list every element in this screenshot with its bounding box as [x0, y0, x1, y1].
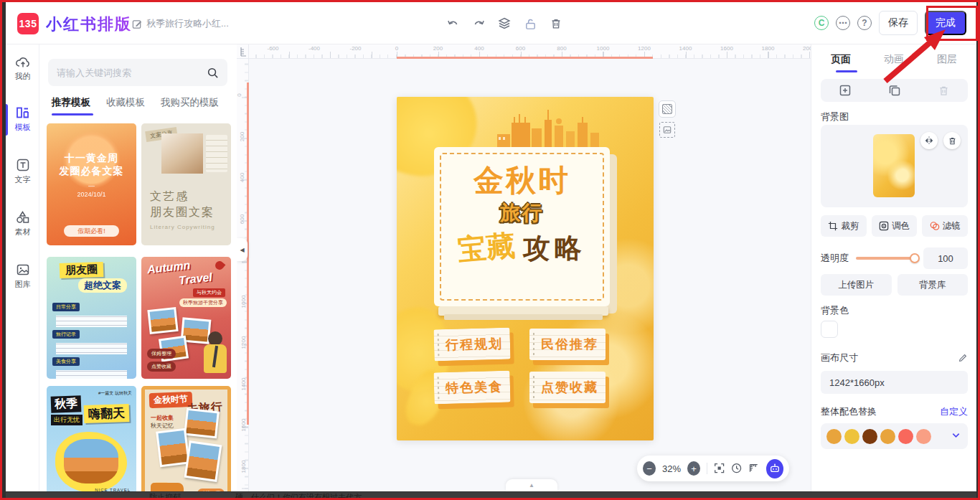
done-button[interactable]: 完成	[925, 11, 966, 35]
remove-bg-icon[interactable]	[943, 132, 961, 149]
delete-icon[interactable]	[548, 16, 564, 32]
app-logo[interactable]: 135	[17, 13, 39, 34]
palette-color[interactable]	[916, 429, 931, 444]
sidebar-item-gallery[interactable]: 图库	[6, 263, 39, 300]
template-text: NICE TRAVEL	[95, 488, 131, 491]
unlock-icon[interactable]	[522, 16, 538, 32]
layers-icon[interactable]	[496, 16, 512, 32]
crop-button[interactable]: 裁剪	[821, 215, 867, 237]
image-tools-row: 裁剪 调色 滤镜	[821, 215, 968, 237]
save-button[interactable]: 保存	[879, 11, 918, 35]
opacity-slider-knob[interactable]	[910, 253, 920, 263]
background-pattern-button[interactable]	[659, 100, 676, 118]
opacity-slider[interactable]	[856, 257, 915, 260]
template-thumbnail[interactable]: #一篇文 玩转秋天 秋季 出行无忧 嗨翻天 NICE TRAVEL 点赞收藏 旅…	[47, 386, 136, 491]
bg-color-swatch[interactable]	[821, 321, 838, 338]
sidebar-item-templates[interactable]: 模板	[6, 105, 39, 143]
ruler-label: 800	[557, 45, 566, 52]
decor	[184, 440, 222, 482]
tab-favorites[interactable]: 收藏模板	[106, 96, 145, 109]
copyright-icon[interactable]: C	[814, 16, 829, 30]
canvas-size-input[interactable]	[821, 371, 968, 394]
palette-swatches[interactable]	[821, 423, 968, 449]
delete-page-icon[interactable]	[938, 85, 950, 97]
template-thumbnail[interactable]: Autumn Travel 与秋天约会 秋季旅游干货分享 保姆整理 点赞收藏	[141, 257, 231, 379]
left-icon-rail: 我的 模板 文字 素材 图库	[6, 44, 39, 491]
sidebar-item-mine[interactable]: 我的	[6, 56, 39, 93]
edit-size-icon[interactable]	[958, 353, 968, 363]
poster-label-strip[interactable]: 特色美食	[433, 371, 510, 405]
custom-palette-link[interactable]: 自定义	[940, 405, 968, 418]
fit-screen-icon[interactable]	[714, 463, 725, 475]
poster-title-word: 攻略	[523, 235, 586, 262]
template-text: 朋友圈	[60, 262, 104, 278]
inspector-tabs: 页面 动画 图层	[821, 44, 967, 66]
template-thumbnail[interactable]: 文案分享 文艺感 朋友圈文案 Literary Copywriting	[141, 123, 231, 245]
subtitle-text: 防止抑郁	[149, 492, 181, 500]
template-text: 超绝文案	[78, 278, 127, 293]
opacity-label: 透明度	[821, 252, 849, 265]
expand-bottom-panel-handle[interactable]: ▲	[506, 479, 557, 491]
palette-color[interactable]	[898, 429, 913, 444]
ai-assistant-button[interactable]	[766, 459, 783, 478]
document-name-group[interactable]: 秋季旅行攻略小红...	[132, 17, 229, 30]
poster-title-card[interactable]: 金秋时 旅行 宝藏 攻略	[434, 147, 610, 306]
zoom-in-button[interactable]: +	[687, 461, 700, 476]
sidebar-item-assets[interactable]: 素材	[6, 210, 39, 247]
ruler-label: 600	[239, 214, 245, 223]
zoom-out-button[interactable]: −	[643, 461, 656, 476]
tab-animation[interactable]: 动画	[884, 53, 904, 66]
tab-recommended[interactable]: 推荐模板	[52, 96, 90, 109]
help-icon[interactable]: ?	[857, 16, 872, 30]
search-input[interactable]	[57, 67, 207, 78]
redo-icon[interactable]	[471, 16, 486, 32]
template-thumbnail[interactable]: 金秋时节 去旅行 一起收集 秋天记忆 建议收藏	[141, 386, 231, 491]
tab-purchased[interactable]: 我购买的模版	[161, 96, 219, 109]
undo-icon[interactable]	[445, 16, 461, 32]
template-badge: 建议收藏	[197, 489, 225, 491]
feedback-icon[interactable]: ⋯	[836, 16, 850, 30]
ruler-label: 1200	[638, 45, 651, 52]
poster-artboard[interactable]: 金秋时 旅行 宝藏 攻略 行程规划 民俗推荐 特色美食 点赞收藏	[397, 97, 654, 440]
filter-button[interactable]: 滤镜	[922, 215, 968, 237]
bg-image-thumbnail[interactable]	[873, 134, 915, 197]
upload-image-button[interactable]: 上传图片	[821, 274, 892, 296]
ruler-corner-icon[interactable]	[237, 44, 249, 59]
page-actions-bar	[821, 79, 968, 102]
template-text: Literary Copywriting	[150, 224, 215, 230]
sidebar-item-text[interactable]: 文字	[6, 158, 39, 195]
app-window: 135 小红书排版 秋季旅行攻略小红... C ⋯ ? 保存 完成	[6, 2, 976, 491]
poster-label-strip[interactable]: 点赞收藏	[529, 372, 606, 403]
palette-color[interactable]	[862, 429, 877, 444]
palette-color[interactable]	[826, 429, 842, 444]
city-skyline-decor	[497, 107, 608, 148]
template-thumbnail[interactable]: 十一黄金周 发圈必备文案 — 2024/10/1 假期必看!	[47, 123, 136, 245]
ruler-label: -600	[267, 45, 278, 52]
tune-button[interactable]: 调色	[872, 215, 918, 237]
background-image-button[interactable]	[659, 122, 675, 138]
history-icon[interactable]	[731, 463, 742, 475]
template-thumbnail[interactable]: 朋友圈 超绝文案 日常分享 旅行记录 美食分享	[47, 257, 136, 379]
chevron-down-icon[interactable]	[951, 430, 961, 440]
template-badge: 假期必看!	[64, 225, 119, 237]
add-page-icon[interactable]	[839, 84, 852, 97]
template-text: 2024/10/1	[47, 191, 136, 198]
poster-label-strip[interactable]: 民俗推荐	[529, 329, 606, 360]
search-icon[interactable]	[207, 67, 219, 79]
ruler-label: 0	[395, 45, 398, 52]
subtitle-text: 硬，什么们！你们有没有想过去代方	[235, 492, 362, 500]
tab-layers[interactable]: 图层	[937, 53, 957, 66]
palette-color[interactable]	[880, 429, 895, 444]
bg-library-button[interactable]: 背景库	[897, 274, 969, 296]
flip-horizontal-icon[interactable]	[920, 132, 938, 149]
template-badge: 秋季旅游干货分享	[179, 298, 227, 307]
ruler-label: 1600	[720, 45, 733, 52]
duplicate-page-icon[interactable]	[888, 84, 901, 97]
ruler-toggle-icon[interactable]	[748, 463, 759, 475]
palette-color[interactable]	[844, 429, 859, 444]
poster-label-strip[interactable]: 行程规划	[433, 328, 510, 362]
topbar: 135 小红书排版 秋季旅行攻略小红... C ⋯ ? 保存 完成	[6, 2, 976, 44]
tab-page[interactable]: 页面	[831, 53, 851, 66]
ruler-label: 0	[237, 93, 242, 96]
collapse-panel-handle[interactable]: ◀	[237, 238, 248, 261]
